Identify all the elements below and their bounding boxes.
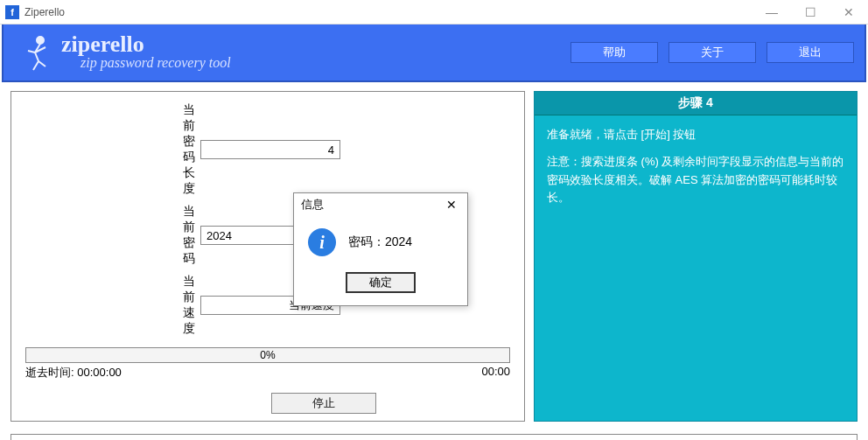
runner-icon (14, 31, 56, 73)
dialog-message: 密码：2024 (348, 234, 412, 250)
elapsed-time: 逝去时间: 00:00:00 (25, 365, 122, 381)
progress-percent: 0% (260, 349, 275, 361)
result-log: 21:33:07: 密码: "2024".时间: 0 s (10, 434, 858, 440)
svg-point-0 (37, 37, 44, 44)
exit-button[interactable]: 退出 (766, 42, 854, 63)
instruction-line-1: 准备就绪，请点击 [开始] 按钮 (547, 126, 844, 144)
instruction-line-2: 注意：搜索进度条 (%) 及剩余时间字段显示的信息与当前的密码效验长度相关。破解… (547, 153, 844, 207)
close-button[interactable]: ✕ (830, 0, 868, 24)
stop-button[interactable]: 停止 (271, 393, 376, 414)
info-icon: i (308, 228, 336, 256)
brand-tagline: zip password recovery tool (80, 55, 231, 71)
dialog-title: 信息 (301, 197, 324, 213)
step-title: 步骤 4 (535, 92, 857, 115)
logo: ziperello zip password recovery tool (14, 31, 231, 73)
app-icon: f (5, 5, 19, 19)
instructions-panel: 步骤 4 准备就绪，请点击 [开始] 按钮 注意：搜索进度条 (%) 及剩余时间… (534, 91, 858, 422)
pwd-label: 当前密码 (25, 204, 200, 267)
remaining-time: 00:00 (481, 365, 510, 381)
dialog-close-button[interactable]: ✕ (443, 198, 460, 212)
progress-bar: 0% (25, 347, 510, 363)
about-button[interactable]: 关于 (668, 42, 756, 63)
window-title: Ziperello (24, 6, 752, 18)
help-button[interactable]: 帮助 (570, 42, 658, 63)
pwd-length-value: 4 (200, 140, 340, 159)
pwd-length-label: 当前密码长度 (25, 102, 200, 197)
dialog-ok-button[interactable]: 确定 (346, 272, 416, 293)
info-dialog: 信息 ✕ i 密码：2024 确定 (293, 192, 468, 306)
speed-label: 当前速度 (25, 274, 200, 337)
app-header: ziperello zip password recovery tool 帮助 … (2, 24, 866, 82)
window-titlebar: f Ziperello — ☐ ✕ (0, 0, 868, 24)
maximize-button[interactable]: ☐ (791, 0, 830, 24)
brand-name: ziperello (61, 34, 231, 54)
minimize-button[interactable]: — (752, 0, 791, 24)
